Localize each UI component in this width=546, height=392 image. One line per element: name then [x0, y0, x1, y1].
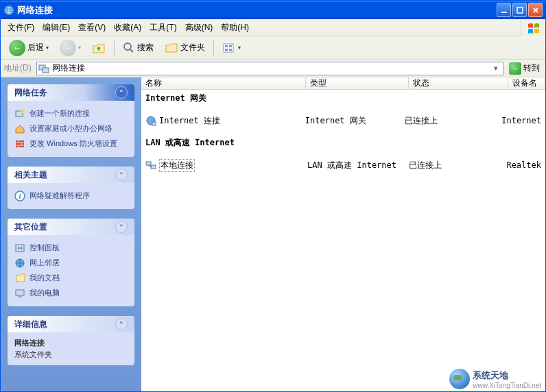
panel-header[interactable]: 网络任务 ⌃ — [8, 84, 134, 101]
task-label: 更改 Windows 防火墙设置 — [29, 138, 117, 149]
sidebar: 网络任务 ⌃ 创建一个新的连接 设置家庭或小型办公网络 更改 Windows 防… — [1, 77, 141, 392]
chevron-down-icon: ▾ — [78, 45, 81, 51]
address-input[interactable] — [52, 64, 488, 73]
item-device: Internet — [497, 116, 545, 125]
panel-body: 创建一个新的连接 设置家庭或小型办公网络 更改 Windows 防火墙设置 — [8, 101, 134, 157]
item-status: 已连接上 — [405, 160, 503, 171]
watermark: 系统天地 www.XiTongTianDi.net — [449, 369, 541, 389]
task-setup-network[interactable]: 设置家庭或小型办公网络 — [14, 121, 128, 136]
menu-view[interactable]: 查看(V) — [74, 21, 110, 35]
item-name: 本地连接 — [159, 159, 195, 172]
listview[interactable]: 名称 类型 状态 设备名 Internet 网关 Internet 连接 Int… — [141, 77, 545, 392]
folder-up-icon — [92, 41, 106, 55]
panel-header[interactable]: 其它位置 ⌃ — [8, 219, 134, 235]
maximize-button[interactable] — [512, 3, 527, 17]
network-places-icon — [14, 258, 25, 269]
svg-rect-23 — [152, 122, 156, 125]
gateway-icon — [145, 115, 156, 126]
task-label: 网络疑难解答程序 — [29, 191, 90, 201]
views-button[interactable]: ▾ — [218, 39, 245, 57]
menu-favorites[interactable]: 收藏(A) — [110, 21, 145, 35]
item-device: Realtek — [502, 160, 545, 170]
go-button[interactable]: → 转到 — [506, 61, 543, 76]
forward-button[interactable]: → ▾ — [56, 37, 85, 59]
column-status[interactable]: 状态 — [409, 77, 508, 89]
link-network-places[interactable]: 网上邻居 — [14, 256, 128, 271]
collapse-button[interactable]: ⌃ — [115, 318, 128, 330]
svg-rect-1 — [501, 12, 507, 13]
collapse-button[interactable]: ⌃ — [115, 169, 128, 181]
titlebar: 网络连接 — [1, 1, 545, 19]
globe-icon — [449, 369, 470, 389]
menu-tools[interactable]: 工具(T) — [145, 21, 180, 35]
item-status: 已连接上 — [401, 115, 497, 127]
computer-icon — [14, 288, 25, 299]
panel-body: i 网络疑难解答程序 — [8, 183, 134, 209]
task-firewall-settings[interactable]: 更改 Windows 防火墙设置 — [14, 136, 128, 151]
search-label: 搜索 — [137, 42, 154, 53]
svg-rect-10 — [43, 68, 49, 73]
svg-rect-21 — [18, 296, 22, 297]
svg-rect-13 — [16, 140, 24, 147]
address-box[interactable]: ▾ — [36, 62, 503, 75]
panel-other-places: 其它位置 ⌃ 控制面板 网上邻居 我的文档 我的电脑 — [8, 219, 134, 306]
content-area: 网络任务 ⌃ 创建一个新的连接 设置家庭或小型办公网络 更改 Windows 防… — [1, 77, 545, 392]
item-type: Internet 网关 — [301, 115, 401, 127]
panel-title: 相关主题 — [14, 169, 47, 181]
column-device[interactable]: 设备名 — [508, 77, 545, 89]
collapse-button[interactable]: ⌃ — [115, 86, 128, 99]
up-button[interactable] — [88, 38, 110, 58]
item-type: LAN 或高速 Internet — [303, 160, 405, 171]
list-item-internet-connection[interactable]: Internet 连接 Internet 网关 已连接上 Internet — [141, 114, 545, 127]
listview-header: 名称 类型 状态 设备名 — [141, 77, 545, 90]
address-dropdown-icon[interactable]: ▾ — [490, 64, 501, 73]
address-bar: 地址(D) ▾ → 转到 — [1, 60, 545, 77]
collapse-button[interactable]: ⌃ — [115, 221, 128, 233]
menu-help[interactable]: 帮助(H) — [217, 21, 253, 35]
group-lan: LAN 或高速 Internet — [141, 134, 545, 151]
link-label: 我的文档 — [29, 273, 60, 283]
views-icon — [222, 42, 236, 54]
close-button[interactable] — [528, 3, 543, 17]
panel-title: 详细信息 — [14, 319, 47, 330]
link-my-documents[interactable]: 我的文档 — [14, 271, 128, 286]
list-item-local-connection[interactable]: 本地连接 LAN 或高速 Internet 已连接上 Realtek — [141, 158, 545, 172]
svg-rect-5 — [225, 45, 228, 47]
column-name[interactable]: 名称 — [141, 77, 306, 89]
svg-rect-4 — [224, 44, 233, 52]
panel-header[interactable]: 相关主题 ⌃ — [8, 167, 134, 183]
toolbar: ← 后退 ▾ → ▾ 搜索 文件夹 ▾ — [1, 36, 545, 60]
svg-rect-8 — [229, 49, 232, 51]
go-label: 转到 — [523, 62, 540, 74]
menubar: 文件(F) 编辑(E) 查看(V) 收藏(A) 工具(T) 高级(N) 帮助(H… — [1, 19, 545, 36]
panel-network-tasks: 网络任务 ⌃ 创建一个新的连接 设置家庭或小型办公网络 更改 Windows 防… — [8, 84, 134, 157]
task-troubleshooter[interactable]: i 网络疑难解答程序 — [14, 188, 128, 204]
link-label: 控制面板 — [29, 243, 60, 253]
panel-details: 详细信息 ⌃ 网络连接 系统文件夹 — [8, 316, 134, 365]
svg-rect-2 — [517, 8, 523, 13]
menu-advanced[interactable]: 高级(N) — [181, 21, 217, 35]
link-control-panel[interactable]: 控制面板 — [14, 241, 128, 256]
control-panel-icon — [14, 243, 25, 254]
link-my-computer[interactable]: 我的电脑 — [14, 286, 128, 301]
menu-file[interactable]: 文件(F) — [3, 21, 38, 35]
folders-button[interactable]: 文件夹 — [161, 39, 209, 57]
detail-name: 网络连接 — [14, 338, 128, 348]
wizard-icon — [14, 108, 25, 119]
panel-header[interactable]: 详细信息 ⌃ — [8, 316, 134, 332]
chevron-down-icon: ▾ — [46, 45, 49, 51]
svg-point-3 — [124, 43, 131, 50]
forward-arrow-icon: → — [60, 40, 76, 56]
item-name: Internet 连接 — [159, 115, 220, 127]
search-button[interactable]: 搜索 — [119, 39, 158, 57]
svg-rect-6 — [229, 45, 232, 47]
minimize-button[interactable] — [497, 3, 511, 17]
menu-edit[interactable]: 编辑(E) — [38, 21, 74, 35]
chevron-down-icon: ▾ — [238, 45, 241, 51]
svg-rect-16 — [16, 245, 24, 252]
app-icon — [3, 5, 14, 16]
column-type[interactable]: 类型 — [306, 77, 409, 89]
back-button[interactable]: ← 后退 ▾ — [5, 37, 53, 59]
task-create-connection[interactable]: 创建一个新的连接 — [14, 106, 128, 121]
search-icon — [123, 42, 135, 54]
